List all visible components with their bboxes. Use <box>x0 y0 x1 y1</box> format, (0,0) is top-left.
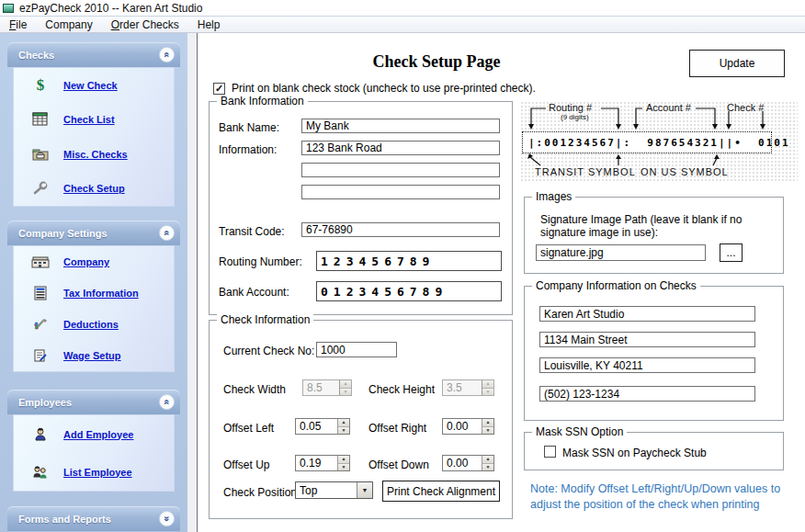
information-label: Information: <box>219 143 277 156</box>
images-group: Images Signature Image Path (leave it bl… <box>524 197 784 274</box>
signature-image-path-input[interactable]: signature.jpg <box>536 244 706 261</box>
routing-number-label: Routing Number: <box>219 255 302 268</box>
sidebar-item-list-employee[interactable]: List Employee <box>14 464 174 481</box>
employees-section-body: Add Employee List Employee <box>13 414 175 492</box>
new-check-link: New Check <box>63 80 118 91</box>
account-number-callout: Account # <box>646 102 691 113</box>
title-bar[interactable]: ezPayCheck 2010 -- Karen Art Studio <box>0 0 805 17</box>
offset-right-stepper[interactable]: 0.00 ▲▼ <box>442 418 494 435</box>
check-number-callout: Check # <box>727 102 764 113</box>
misc-checks-link: Misc. Checks <box>63 149 128 160</box>
spinner-down-icon: ▼ <box>340 389 351 396</box>
company-settings-section-header[interactable]: Company Settings « <box>7 221 180 245</box>
spinner-down-icon[interactable]: ▼ <box>482 464 493 471</box>
offset-left-stepper[interactable]: 0.05 ▲▼ <box>295 418 350 435</box>
sidebar-item-tax-information[interactable]: Tax Information <box>14 285 174 301</box>
checks-section-header[interactable]: Checks « <box>7 42 180 67</box>
sidebar-section-employees: Employees « Add Employee List Employee <box>7 390 180 492</box>
routing-number-input[interactable]: 123456789 <box>316 251 502 271</box>
spinner-down-icon[interactable]: ▼ <box>482 427 493 435</box>
menu-file[interactable]: File <box>0 17 36 33</box>
spinner-up-icon[interactable]: ▲ <box>338 456 349 464</box>
print-blank-stock-label: Print on blank check stock (uncheck to u… <box>232 82 536 95</box>
signature-path-hint-line1: Signature Image Path (leave it blank if … <box>540 213 742 226</box>
offset-right-label: Offset Right <box>368 422 426 435</box>
menu-company[interactable]: Company <box>36 17 101 33</box>
company-settings-section-title: Company Settings <box>18 228 108 239</box>
offset-down-stepper[interactable]: 0.00 ▲▼ <box>442 455 494 471</box>
menu-help[interactable]: Help <box>188 17 230 33</box>
micr-line-sample: |:001234567|: 987654321||• 0101 <box>522 131 772 153</box>
sidebar-item-deductions[interactable]: Deductions <box>14 316 174 333</box>
current-check-no-label: Current Check No: <box>223 345 314 357</box>
spinner-up-icon[interactable]: ▲ <box>482 456 493 464</box>
transit-symbol-caption: TRANSIT SYMBOL <box>535 166 636 177</box>
company-city-input[interactable]: Louisville, KY 40211 <box>539 357 755 373</box>
browse-button[interactable]: ... <box>720 243 743 262</box>
spinner-down-icon[interactable]: ▼ <box>338 464 349 471</box>
sidebar-item-misc-checks[interactable]: Misc. Checks <box>14 146 174 163</box>
images-legend: Images <box>532 190 575 203</box>
spinner-down-icon[interactable]: ▼ <box>338 427 349 435</box>
company-settings-section-body: Company Tax Information Deductions <box>13 245 175 372</box>
mask-ssn-group: Mask SSN Option Mask SSN on Paycheck Stu… <box>524 432 784 470</box>
sidebar-section-checks: Checks « $ New Check Check List <box>7 42 180 207</box>
page-title: Check Setup Page <box>317 52 556 72</box>
bank-name-input[interactable]: My Bank <box>301 119 500 133</box>
sidebar-item-check-setup[interactable]: Check Setup <box>14 180 174 197</box>
offset-left-label: Offset Left <box>223 422 274 435</box>
check-width-label: Check Width <box>223 383 286 396</box>
check-information-legend: Check Information <box>217 313 313 326</box>
transit-code-input[interactable]: 67-76890 <box>301 222 500 237</box>
sidebar-item-wage-setup[interactable]: Wage Setup <box>14 347 174 364</box>
company-name-input[interactable]: Karen Art Studio <box>539 306 755 322</box>
current-check-no-input[interactable]: 1000 <box>316 342 397 357</box>
dollar-icon: $ <box>27 77 54 94</box>
chevron-up-icon[interactable]: « <box>159 47 175 62</box>
micr-sample-diagram: Routing # (9 digits) Account # Check # |… <box>520 101 798 182</box>
offset-up-stepper[interactable]: 0.19 ▲▼ <box>295 455 350 471</box>
print-blank-stock-row[interactable]: ✓ Print on blank check stock (uncheck to… <box>213 82 536 95</box>
mask-ssn-label: Mask SSN on Paycheck Stub <box>562 447 707 459</box>
bank-information-input-2[interactable] <box>301 163 500 177</box>
chevron-up-icon[interactable]: « <box>159 225 175 241</box>
company-information-group: Company Information on Checks Karen Art … <box>524 286 784 421</box>
sidebar-item-add-employee[interactable]: Add Employee <box>14 426 174 443</box>
signature-path-hint-line2: signature image in use): <box>540 226 658 239</box>
people-icon <box>27 464 54 481</box>
checks-section-title: Checks <box>18 50 54 61</box>
mask-ssn-checkbox[interactable] <box>544 446 556 458</box>
bank-account-input[interactable]: 0123456789 <box>316 281 502 301</box>
sidebar: Checks « $ New Check Check List <box>0 33 187 532</box>
company-phone-input[interactable]: (502) 123-1234 <box>539 386 755 402</box>
bank-information-group: Bank Information Bank Name: My Bank Info… <box>209 101 513 315</box>
chevron-up-icon[interactable]: « <box>159 394 175 410</box>
wrench-icon <box>27 180 54 197</box>
window-title: ezPayCheck 2010 -- Karen Art Studio <box>19 2 202 15</box>
spinner-up-icon[interactable]: ▲ <box>482 419 493 427</box>
add-person-icon <box>27 426 54 443</box>
bank-information-input-3[interactable] <box>301 185 500 199</box>
list-employee-link: List Employee <box>63 467 132 478</box>
sidebar-item-check-list[interactable]: Check List <box>14 111 174 128</box>
spinner-up-icon[interactable]: ▲ <box>338 419 349 427</box>
menu-order-checks[interactable]: Order Checks <box>102 17 188 33</box>
sidebar-item-new-check[interactable]: $ New Check <box>14 77 174 94</box>
bank-information-input-1[interactable]: 123 Bank Road <box>301 141 500 155</box>
update-button[interactable]: Update <box>689 50 785 77</box>
ezpaycheck-window: ezPayCheck 2010 -- Karen Art Studio File… <box>0 0 805 532</box>
employees-section-header[interactable]: Employees « <box>7 390 180 414</box>
offset-note-line1: Note: Modify Offset Left/Right/Up/Down v… <box>530 481 797 497</box>
check-position-select[interactable]: Top ▼ <box>295 481 373 499</box>
tax-document-icon <box>27 285 54 301</box>
company-street-input[interactable]: 1134 Main Street <box>539 332 755 347</box>
print-check-alignment-button[interactable]: Print Check Alignment <box>382 481 500 502</box>
dropdown-arrow-icon[interactable]: ▼ <box>357 482 372 498</box>
print-blank-stock-checkbox[interactable]: ✓ <box>213 83 225 95</box>
routing-number-callout: Routing # <box>549 102 592 113</box>
forms-reports-section-header[interactable]: Forms and Reports » <box>7 506 180 531</box>
sidebar-item-company[interactable]: Company <box>14 254 174 270</box>
chevron-down-icon[interactable]: » <box>159 511 175 526</box>
company-link: Company <box>63 256 109 267</box>
tools-icon <box>27 316 54 333</box>
